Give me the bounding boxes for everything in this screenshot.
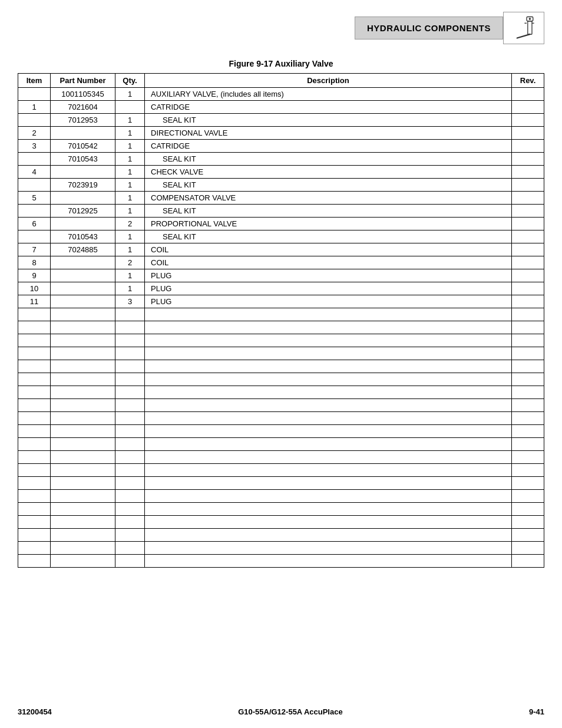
table-row: 770248851COIL: [18, 243, 544, 256]
cell-empty: [51, 516, 115, 529]
cell-desc: PLUG: [145, 295, 512, 308]
cell-empty: [512, 464, 544, 477]
cell-empty: [115, 360, 145, 373]
cell-empty: [18, 399, 51, 412]
cell-qty: [115, 101, 145, 114]
cell-desc: SEAL KIT: [145, 153, 512, 166]
cell-qty: 1: [115, 282, 145, 295]
cell-qty: 1: [115, 179, 145, 192]
cell-qty: 2: [115, 256, 145, 269]
cell-empty: [145, 490, 512, 503]
table-row: 70129531SEAL KIT: [18, 114, 544, 127]
cell-empty: [145, 399, 512, 412]
cell-empty: [512, 386, 544, 399]
cell-empty: [51, 373, 115, 386]
cell-empty: [512, 516, 544, 529]
cell-rev: [512, 114, 544, 127]
cell-empty: [115, 555, 145, 568]
table-row: 101PLUG: [18, 282, 544, 295]
table-row-empty: [18, 503, 544, 516]
table-row-empty: [18, 308, 544, 321]
cell-rev: [512, 166, 544, 179]
table-row-empty: [18, 477, 544, 490]
cell-part: 1001105345: [51, 88, 115, 101]
cell-empty: [18, 360, 51, 373]
header: HYDRAULIC COMPONENTS: [0, 0, 562, 50]
table-row-empty: [18, 425, 544, 438]
cell-part: [51, 218, 115, 230]
cell-empty: [115, 334, 145, 347]
cell-empty: [115, 399, 145, 412]
footer-right: 9-41: [529, 707, 544, 716]
table-row-empty: [18, 490, 544, 503]
cell-rev: [512, 179, 544, 192]
table-row-empty: [18, 542, 544, 555]
table-row-empty: [18, 555, 544, 568]
cell-empty: [51, 555, 115, 568]
cell-part: [51, 166, 115, 179]
cell-empty: [145, 516, 512, 529]
cell-empty: [115, 503, 145, 516]
cell-empty: [115, 438, 145, 451]
cell-empty: [51, 451, 115, 464]
svg-point-3: [528, 18, 531, 20]
cell-item: [18, 205, 51, 218]
cell-empty: [51, 438, 115, 451]
cell-empty: [512, 334, 544, 347]
cell-rev: [512, 205, 544, 218]
table-row: 17021604CATRIDGE: [18, 101, 544, 114]
table-row-empty: [18, 529, 544, 542]
cell-desc: COIL: [145, 243, 512, 256]
cell-empty: [51, 308, 115, 321]
cell-desc: AUXILIARY VALVE, (includes all items): [145, 88, 512, 101]
cell-desc: CATRIDGE: [145, 101, 512, 114]
cell-part: [51, 295, 115, 308]
wrench-icon: [511, 14, 537, 42]
table-row-empty: [18, 347, 544, 360]
cell-empty: [51, 542, 115, 555]
table-row: 70129251SEAL KIT: [18, 205, 544, 218]
cell-item: 3: [18, 140, 51, 153]
cell-empty: [145, 321, 512, 334]
cell-empty: [145, 308, 512, 321]
cell-empty: [51, 386, 115, 399]
col-header-qty: Qty.: [115, 74, 145, 88]
cell-empty: [18, 334, 51, 347]
cell-empty: [115, 464, 145, 477]
cell-empty: [115, 542, 145, 555]
cell-item: 10: [18, 282, 51, 295]
table-row: 41CHECK VALVE: [18, 166, 544, 179]
cell-qty: 1: [115, 127, 145, 140]
cell-empty: [512, 321, 544, 334]
cell-desc: PLUG: [145, 269, 512, 282]
table-row: 113PLUG: [18, 295, 544, 308]
cell-empty: [512, 425, 544, 438]
cell-empty: [115, 425, 145, 438]
cell-empty: [18, 347, 51, 360]
cell-item: 9: [18, 269, 51, 282]
col-header-desc: Description: [145, 74, 512, 88]
cell-rev: [512, 140, 544, 153]
cell-empty: [51, 412, 115, 425]
cell-desc: SEAL KIT: [145, 179, 512, 192]
cell-empty: [115, 373, 145, 386]
cell-desc: CHECK VALVE: [145, 166, 512, 179]
table-row-empty: [18, 373, 544, 386]
cell-empty: [512, 412, 544, 425]
cell-empty: [145, 529, 512, 542]
cell-empty: [18, 412, 51, 425]
cell-part: 7023919: [51, 179, 115, 192]
cell-rev: [512, 282, 544, 295]
cell-empty: [145, 555, 512, 568]
cell-empty: [145, 347, 512, 360]
cell-empty: [145, 464, 512, 477]
cell-empty: [18, 438, 51, 451]
cell-part: 7010543: [51, 153, 115, 166]
table-row: 10011053451AUXILIARY VALVE, (includes al…: [18, 88, 544, 101]
cell-empty: [51, 503, 115, 516]
cell-empty: [51, 529, 115, 542]
cell-part: [51, 127, 115, 140]
table-row-empty: [18, 412, 544, 425]
cell-empty: [115, 451, 145, 464]
cell-item: 6: [18, 218, 51, 230]
